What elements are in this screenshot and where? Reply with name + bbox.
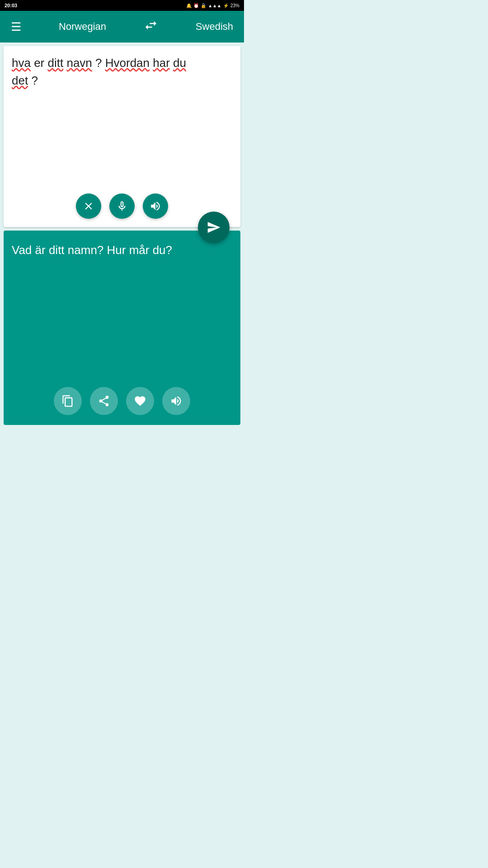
notification-icon: 🔔 [186, 3, 192, 8]
toolbar: ☰ Norwegian Swedish [0, 11, 244, 42]
source-language-button[interactable]: Norwegian [59, 21, 106, 33]
input-area[interactable]: hva er ditt navn ? Hvordan har du det ? [4, 46, 240, 227]
word-det: det [12, 74, 28, 87]
word-hva: hva [12, 56, 31, 70]
status-bar: 20:03 🔔 ⏰ 🔒 ▲▲▲ ⚡ 23% [0, 0, 244, 11]
share-button[interactable] [90, 387, 118, 415]
word-har: har [153, 56, 170, 70]
punctuation2: ? [31, 74, 38, 87]
word-du: du [173, 56, 186, 70]
speak-output-button[interactable] [162, 387, 190, 415]
word-er: er [34, 56, 47, 70]
microphone-button[interactable] [109, 193, 135, 219]
output-text: Vad är ditt namn? Hur mår du? [12, 241, 232, 259]
copy-button[interactable] [54, 387, 82, 415]
word-navn: navn [66, 56, 92, 70]
status-time: 20:03 [5, 3, 17, 8]
input-actions [76, 193, 168, 219]
punctuation1: ? [95, 56, 105, 70]
menu-icon[interactable]: ☰ [11, 21, 21, 33]
word-ditt: ditt [48, 56, 64, 70]
favorite-button[interactable] [126, 387, 154, 415]
signal-icon: ▲▲▲ [208, 3, 221, 8]
translate-button[interactable] [198, 212, 230, 243]
swap-languages-button[interactable] [144, 18, 158, 36]
battery-icon: ⚡ [223, 3, 229, 8]
clear-button[interactable] [76, 193, 101, 219]
input-text[interactable]: hva er ditt navn ? Hvordan har du det ? [12, 54, 232, 90]
lock-icon: 🔒 [201, 3, 206, 8]
output-panel: Vad är ditt namn? Hur mår du? [4, 231, 240, 425]
input-panel: hva er ditt navn ? Hvordan har du det ? [0, 46, 244, 227]
speak-input-button[interactable] [143, 193, 168, 219]
battery-pct: 23% [230, 3, 239, 8]
status-icons: 🔔 ⏰ 🔒 ▲▲▲ ⚡ 23% [186, 3, 239, 8]
word-hvordan: Hvordan [105, 56, 150, 70]
output-actions [54, 387, 190, 415]
target-language-button[interactable]: Swedish [196, 21, 233, 33]
alarm-icon: ⏰ [193, 3, 199, 8]
